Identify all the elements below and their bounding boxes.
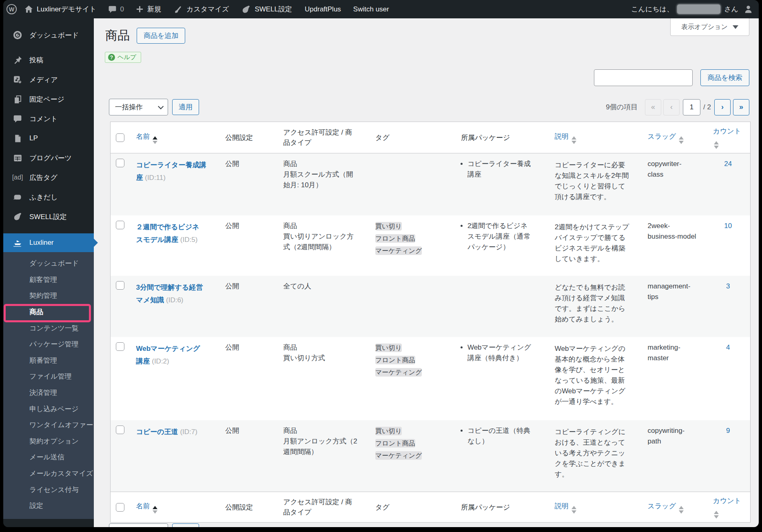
count-link[interactable]: 9 xyxy=(726,427,730,434)
submenu-item-order[interactable]: 順番管理 xyxy=(3,352,94,369)
table-header-row: 名前 公開設定 アクセス許可設定 / 商 品タイプ タグ 所属パッケージ 説明 … xyxy=(111,122,751,153)
table-row: コピーの王道 (ID:7) 公開 商品 月額アンロック方式（2 週間間隔） 買い… xyxy=(111,420,751,492)
row-checkbox[interactable] xyxy=(116,281,124,290)
row-checkbox[interactable] xyxy=(116,159,124,167)
comments-link[interactable]: 0 xyxy=(108,5,124,13)
screen-options-button[interactable]: 表示オプション xyxy=(670,18,749,36)
updraftplus-link[interactable]: UpdraftPlus xyxy=(305,5,341,13)
sort-by-description[interactable]: 説明 xyxy=(555,502,569,510)
count-link[interactable]: 10 xyxy=(724,222,732,230)
submenu-item-payments[interactable]: 決済管理 xyxy=(3,385,94,401)
row-checkbox[interactable] xyxy=(116,426,124,434)
submenu-item-files[interactable]: ファイル管理 xyxy=(3,368,94,385)
table-footer-row: 名前 公開設定 アクセス許可設定 / 商 品タイプ タグ 所属パッケージ 説明 … xyxy=(111,492,751,523)
add-product-button[interactable]: 商品を追加 xyxy=(137,28,185,44)
submenu-item-mail-send[interactable]: メール送信 xyxy=(3,449,94,466)
tag-pill: 買い切り xyxy=(375,344,402,352)
help-badge[interactable]: ? ヘルプ xyxy=(105,52,141,63)
wordpress-logo[interactable]: W xyxy=(6,4,17,15)
customize-button[interactable]: カスタマイズ xyxy=(174,4,229,14)
prev-page-button[interactable]: ‹ xyxy=(663,99,680,115)
sidebar-item-label: 投稿 xyxy=(29,55,43,65)
last-page-button[interactable]: » xyxy=(733,99,749,115)
submenu-item-mail-customize[interactable]: メールカスタマイズ xyxy=(3,466,94,482)
product-name-link[interactable]: コピーの王道 xyxy=(136,428,178,436)
sidebar-item-dashboard[interactable]: ダッシュボード xyxy=(3,25,94,45)
swell-settings-link[interactable]: SWELL設定 xyxy=(241,4,292,14)
row-checkbox[interactable] xyxy=(116,221,124,229)
access-type: 全ての人 xyxy=(281,276,374,337)
submenu-item-contract-options[interactable]: 契約オプション xyxy=(3,433,94,450)
count-link[interactable]: 3 xyxy=(726,282,730,290)
select-all-checkbox[interactable] xyxy=(116,133,124,142)
chevron-down-icon xyxy=(158,103,164,109)
switch-user-link[interactable]: Switch user xyxy=(353,5,389,13)
published-status: 公開 xyxy=(222,276,281,337)
search-input[interactable] xyxy=(594,69,693,86)
submenu-item-settings[interactable]: 設定 xyxy=(3,498,94,514)
sidebar-item-pages[interactable]: 固定ページ xyxy=(3,89,94,109)
sort-by-name[interactable]: 名前 xyxy=(136,502,150,510)
bulk-action-label: 一括操作 xyxy=(115,102,143,112)
first-page-button[interactable]: « xyxy=(645,99,661,115)
sort-by-count[interactable]: カウント xyxy=(713,127,742,135)
sort-by-slug[interactable]: スラッグ xyxy=(648,502,676,510)
apply-button[interactable]: 適用 xyxy=(172,99,199,115)
bulk-action-select-bottom[interactable]: 一括操作 xyxy=(109,523,168,527)
count-link[interactable]: 4 xyxy=(726,344,730,351)
submenu-item-application-page[interactable]: 申し込みページ xyxy=(3,401,94,417)
dashboard-icon xyxy=(12,30,23,40)
submenu-item-products[interactable]: 商品 xyxy=(3,304,94,320)
table-row: Webマーケティング 講座 (ID:2) 公開 商品 買い切り方式 買い切り フ… xyxy=(111,337,751,420)
sort-by-count[interactable]: カウント xyxy=(713,497,742,505)
sidebar-item-swell-settings[interactable]: SWELL設定 xyxy=(3,207,94,226)
sort-by-name[interactable]: 名前 xyxy=(136,133,150,140)
sort-by-slug[interactable]: スラッグ xyxy=(648,133,676,140)
count-link[interactable]: 24 xyxy=(724,160,732,168)
submenu-item-packages[interactable]: パッケージ管理 xyxy=(3,336,94,352)
submenu-item-customers[interactable]: 顧客管理 xyxy=(3,272,94,288)
tag-pill: マーケティング xyxy=(375,368,422,377)
media-icon xyxy=(12,75,23,84)
sort-by-description[interactable]: 説明 xyxy=(555,133,569,140)
luxliner-submenu: ダッシュボード 顧客管理 契約管理 商品 コンテンツ一覧 パッケージ管理 順番管… xyxy=(3,252,94,519)
sidebar-item-fukidashi[interactable]: ふきだし xyxy=(3,187,94,207)
new-label: 新規 xyxy=(147,4,161,14)
pushpin-icon xyxy=(12,55,23,65)
current-page-input[interactable]: 1 xyxy=(683,99,700,115)
submenu-item-dashboard[interactable]: ダッシュボード xyxy=(3,255,94,272)
home-icon xyxy=(24,5,33,13)
site-name: Luxlinerデモサイト xyxy=(37,4,97,14)
sidebar-item-blog-parts[interactable]: ブログパーツ xyxy=(3,148,94,168)
sidebar-item-label: ふきだし xyxy=(29,193,58,202)
submenu-item-onetime-offer[interactable]: ワンタイムオファー xyxy=(3,417,94,433)
new-content-button[interactable]: 新規 xyxy=(136,4,161,14)
table-row: 3分間で理解する経営 マメ知識 (ID:6) 公開 全ての人 どなたでも無料でお… xyxy=(111,276,751,337)
row-checkbox[interactable] xyxy=(116,342,124,351)
access-type: 商品 月額スクール方式（開 始月: 10月） xyxy=(281,153,374,215)
account-menu[interactable]: こんにちは、 さん xyxy=(631,4,753,14)
boat-icon xyxy=(12,237,23,248)
current-menu-arrow xyxy=(94,239,98,247)
apply-button-bottom[interactable]: 適用 xyxy=(172,523,199,527)
bulk-action-select[interactable]: 一括操作 xyxy=(109,99,168,115)
sidebar-item-label: ダッシュボード xyxy=(29,31,79,40)
site-home-link[interactable]: Luxlinerデモサイト xyxy=(24,4,97,14)
submenu-item-contents[interactable]: コンテンツ一覧 xyxy=(3,320,94,336)
access-type: 商品 月額アンロック方式（2 週間間隔） xyxy=(281,420,374,492)
sidebar-item-ad-tags[interactable]: [ad] 広告タグ xyxy=(3,168,94,187)
sidebar-item-comments[interactable]: コメント xyxy=(3,109,94,129)
select-all-checkbox[interactable] xyxy=(116,503,124,512)
package-item: 2週間で作るビジネ スモデル講座（通常 パッケージ） xyxy=(467,221,552,253)
swell-icon xyxy=(12,212,23,222)
submenu-item-license[interactable]: ライセンス付与 xyxy=(3,481,94,498)
admin-sidebar: ダッシュボード 投稿 メディア 固定ページ xyxy=(3,18,94,527)
user-icon xyxy=(744,4,753,14)
search-products-button[interactable]: 商品を検索 xyxy=(700,69,749,86)
submenu-item-contracts[interactable]: 契約管理 xyxy=(3,288,94,304)
sidebar-item-media[interactable]: メディア xyxy=(3,70,94,89)
sidebar-item-posts[interactable]: 投稿 xyxy=(3,50,94,70)
sidebar-item-luxliner[interactable]: Luxliner xyxy=(3,233,94,252)
next-page-button[interactable]: › xyxy=(714,99,731,115)
sidebar-item-lp[interactable]: LP xyxy=(3,129,94,148)
